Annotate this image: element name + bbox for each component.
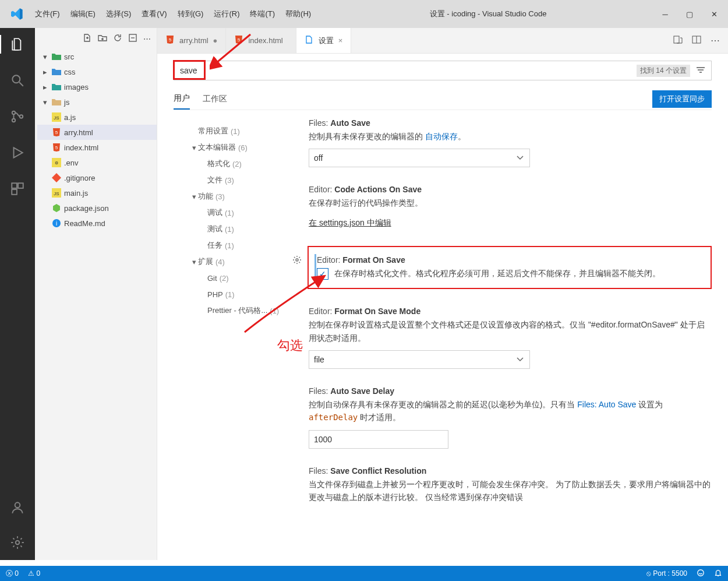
tab-icon: 5 (234, 35, 243, 46)
scope-workspace[interactable]: 工作区 (203, 89, 227, 109)
setting-format-on-save: Editor: Format On Save ✓ 在保存时格式化文件。格式化程序… (308, 246, 712, 289)
editor-tab[interactable]: 5index.html (226, 28, 296, 53)
edit-in-settings-json-link[interactable]: 在 settings.json 中编辑 (309, 218, 391, 227)
tree-item[interactable]: JSmain.js (37, 185, 157, 200)
auto-save-select[interactable]: off (309, 149, 530, 167)
tree-item[interactable]: .gitignore (37, 170, 157, 185)
vscode-logo-icon (9, 7, 23, 21)
minimize-icon[interactable]: ─ (660, 10, 670, 19)
tree-item[interactable]: 5index.html (37, 140, 157, 155)
format-mode-select[interactable]: file (309, 350, 530, 369)
toc-item[interactable]: PHP(1) (174, 286, 296, 302)
menu-help[interactable]: 帮助(H) (281, 6, 316, 22)
refresh-icon[interactable] (113, 33, 122, 44)
tree-item[interactable]: ⚙.env (37, 155, 157, 170)
editor-tab[interactable]: 5arry.html● (157, 28, 226, 53)
settings-scope-row: 用户 工作区 打开设置同步 (174, 89, 712, 110)
status-bell-icon[interactable] (714, 569, 722, 579)
svg-text:5: 5 (55, 145, 58, 150)
scope-user[interactable]: 用户 (174, 89, 190, 110)
toc-item[interactable]: 测试(1) (174, 221, 296, 237)
toc-item[interactable]: ▾功能(3) (174, 188, 296, 205)
menu-view[interactable]: 查看(V) (137, 6, 171, 22)
file-icon (51, 83, 62, 91)
tree-item[interactable]: JSa.js (37, 110, 157, 125)
activity-account[interactable] (0, 496, 35, 519)
file-icon (51, 98, 62, 106)
file-icon: ⚙ (51, 158, 62, 167)
split-editor-icon[interactable] (692, 35, 701, 47)
toc-item[interactable]: 任务(1) (174, 237, 296, 253)
menu-run[interactable]: 运行(R) (209, 6, 244, 22)
svg-text:⚙: ⚙ (55, 161, 58, 165)
svg-point-24 (296, 259, 298, 261)
menu-terminal[interactable]: 终端(T) (245, 6, 280, 22)
settings-editor: save 找到 14 个设置 用户 工作区 打开设置同步 常用设置(1)▾文本编… (157, 54, 728, 560)
activity-debug[interactable] (0, 141, 35, 164)
svg-text:5: 5 (169, 37, 172, 43)
close-icon[interactable]: ✕ (709, 10, 719, 19)
status-port[interactable]: ⦸ Port : 5500 (646, 569, 687, 578)
tab-icon (305, 35, 314, 46)
collapse-icon[interactable] (128, 33, 137, 44)
window-title: 设置 - icoding - Visual Studio Code (316, 9, 660, 19)
editor-tab[interactable]: 设置× (296, 28, 352, 53)
new-file-icon[interactable] (83, 33, 92, 44)
format-on-save-checkbox[interactable]: ✓ (317, 268, 328, 280)
open-changes-icon[interactable] (673, 35, 683, 47)
editor-area: 5arry.html●5index.html设置× ⋯ save 找到 14 个… (157, 28, 728, 560)
toc-item[interactable]: 文件(3) (174, 172, 296, 188)
search-result-count: 找到 14 个设置 (637, 65, 690, 77)
activity-explorer[interactable] (0, 33, 35, 56)
status-errors[interactable]: ⓧ 0 (6, 569, 19, 579)
toc-item[interactable]: ▾扩展(4) (174, 253, 296, 270)
open-settings-sync-button[interactable]: 打开设置同步 (652, 90, 712, 108)
status-warnings[interactable]: ⚠ 0 (28, 569, 40, 578)
toc-item[interactable]: 格式化(2) (174, 156, 296, 172)
tab-actions: ⋯ (673, 28, 728, 53)
filter-icon[interactable] (696, 65, 705, 76)
activity-search[interactable] (0, 69, 35, 92)
tree-item[interactable]: iReadMe.md (37, 216, 157, 231)
svg-text:i: i (56, 220, 57, 227)
activity-extensions[interactable] (0, 177, 35, 200)
file-icon: i (51, 219, 62, 228)
toc-item[interactable]: ▾文本编辑器(6) (174, 139, 296, 156)
tree-item[interactable]: ▾js (37, 94, 157, 110)
new-folder-icon[interactable] (98, 33, 107, 44)
file-icon (51, 68, 62, 76)
tree-item[interactable]: ▸images (37, 79, 157, 94)
toc-item[interactable]: 调试(1) (174, 205, 296, 221)
tab-more-icon[interactable]: ⋯ (711, 35, 720, 46)
svg-rect-22 (674, 36, 679, 43)
activity-scm[interactable] (0, 105, 35, 128)
auto-save-link[interactable]: 自动保存 (425, 132, 458, 141)
file-icon (51, 203, 62, 213)
file-tree: ▾src▸css▸images▾jsJSa.js5arry.html5index… (35, 49, 157, 231)
tree-item[interactable]: package.json (37, 200, 157, 216)
activity-settings[interactable] (0, 531, 35, 554)
annotation-check-label: 勾选 (277, 337, 303, 354)
toc-item[interactable]: 常用设置(1) (174, 123, 296, 139)
auto-save-delay-input[interactable] (309, 430, 448, 449)
menu-selection[interactable]: 选择(S) (101, 6, 136, 22)
more-icon[interactable]: ⋯ (143, 34, 151, 43)
menu-edit[interactable]: 编辑(E) (66, 6, 100, 22)
tab-close-icon[interactable]: × (338, 36, 343, 45)
tree-item[interactable]: ▾src (37, 49, 157, 64)
tab-close-icon[interactable]: ● (213, 36, 218, 45)
maximize-icon[interactable]: ▢ (685, 10, 694, 19)
setting-auto-save-delay: Files: Auto Save Delay 控制自动保存具有未保存更改的编辑器… (308, 386, 712, 449)
status-feedback-icon[interactable] (697, 569, 705, 579)
settings-search-input[interactable]: save 找到 14 个设置 (174, 61, 712, 80)
toc-item[interactable]: Prettier - 代码格...(1) (174, 302, 296, 319)
menu-go[interactable]: 转到(G) (173, 6, 208, 22)
menu-file[interactable]: 文件(F) (30, 6, 65, 22)
svg-point-0 (12, 75, 20, 83)
tree-item[interactable]: 5arry.html (37, 125, 157, 140)
auto-save-delay-link[interactable]: Files: Auto Save (577, 400, 636, 409)
settings-list: Files: Auto Save 控制具有未保存更改的编辑器的 自动保存。 of… (296, 118, 712, 560)
tree-item[interactable]: ▸css (37, 64, 157, 79)
gear-icon[interactable] (292, 255, 302, 266)
toc-item[interactable]: Git(2) (174, 270, 296, 286)
